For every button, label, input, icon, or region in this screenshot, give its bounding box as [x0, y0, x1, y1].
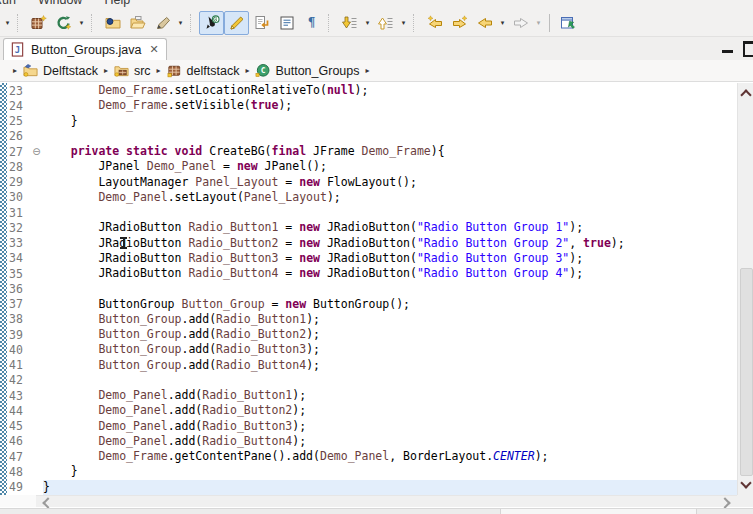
forward-button[interactable] [508, 11, 533, 35]
code-line[interactable] [43, 281, 737, 296]
new-wizard-button[interactable] [51, 11, 76, 35]
code-line[interactable]: Demo_Frame.setLocationRelativeTo(null); [43, 83, 737, 98]
code-lines: 23 Demo_Frame.setLocationRelativeTo(null… [7, 83, 737, 495]
next-edit-location-button[interactable] [447, 11, 472, 35]
code-line[interactable]: Demo_Panel.add(Radio_Button4); [43, 434, 737, 449]
code-row: 45 Demo_Panel.add(Radio_Button3); [7, 419, 737, 434]
code-line[interactable]: LayoutManager Panel_Layout = new FlowLay… [43, 175, 737, 190]
open-file-button[interactable] [125, 11, 150, 35]
code-line[interactable]: } [43, 480, 737, 495]
maximize-view-icon[interactable] [743, 41, 753, 57]
fold-collapse-icon[interactable]: ⊖ [30, 147, 43, 157]
line-number: 34 [7, 251, 30, 265]
annotation-pen-dropdown-icon[interactable]: ▾ [175, 12, 186, 34]
scroll-right-icon[interactable] [719, 497, 730, 508]
code-row: 25 } [7, 114, 737, 129]
code-line[interactable]: JRadioButton Radio_Button1 = new JRadioB… [43, 220, 737, 235]
toggle-block-selection-button[interactable] [199, 11, 224, 35]
code-line[interactable]: } [43, 464, 737, 479]
breadcrumb-src-folder[interactable]: src [114, 63, 151, 78]
breadcrumb-arrow-icon[interactable]: ▸ [245, 66, 249, 75]
line-number: 29 [7, 175, 30, 189]
breadcrumb-package[interactable]: delftstack [167, 63, 240, 78]
scroll-down-icon[interactable] [740, 477, 751, 488]
toolbar: ▾▾▾¶▾▾▾▾ [0, 10, 753, 37]
code-line[interactable]: ButtonGroup Button_Group = new ButtonGro… [43, 297, 737, 312]
vertical-scrollbar-thumb[interactable] [740, 268, 753, 476]
breadcrumb-class[interactable]: CButton_Groups [255, 63, 359, 78]
line-number: 32 [7, 221, 30, 235]
code-line[interactable]: } [43, 114, 737, 129]
scrollbar-corner [737, 495, 753, 507]
line-number: 26 [7, 129, 30, 143]
code-row: 32 JRadioButton Radio_Button1 = new JRad… [7, 220, 737, 235]
code-line[interactable] [43, 373, 737, 388]
breadcrumb-project[interactable]: Delftstack [23, 63, 98, 78]
scroll-left-icon[interactable] [42, 497, 53, 508]
open-type-button[interactable] [100, 11, 125, 35]
line-number: 27 [7, 145, 30, 159]
previous-annotation-dropdown-icon[interactable]: ▾ [398, 12, 409, 34]
next-annotation-dropdown-icon[interactable]: ▾ [362, 12, 373, 34]
code-line[interactable]: JPanel Demo_Panel = new JPanel(); [43, 159, 737, 174]
svg-text:J: J [15, 45, 20, 55]
package-folder-icon [114, 63, 129, 78]
last-edit-location-button[interactable] [249, 11, 274, 35]
toggle-mark-occurrences-button[interactable] [224, 11, 249, 35]
code-line[interactable]: Demo_Panel.add(Radio_Button1); [43, 388, 737, 403]
code-editor[interactable]: 23 Demo_Frame.setLocationRelativeTo(null… [0, 83, 753, 495]
code-line[interactable] [43, 205, 737, 220]
code-row: 41 Button_Group.add(Radio_Button4); [7, 358, 737, 373]
code-line[interactable]: Button_Group.add(Radio_Button1); [43, 312, 737, 327]
code-line[interactable]: Button_Group.add(Radio_Button4); [43, 358, 737, 373]
code-line[interactable]: Demo_Panel.add(Radio_Button2); [43, 403, 737, 418]
forward-dropdown-icon[interactable]: ▾ [533, 12, 544, 34]
new-wizard-dropdown-icon[interactable]: ▾ [76, 12, 87, 34]
minimize-view-icon[interactable] [722, 41, 733, 53]
code-line[interactable]: Button_Group.add(Radio_Button3); [43, 342, 737, 357]
scroll-up-icon[interactable] [740, 89, 751, 100]
pin-editor-button[interactable] [555, 11, 580, 35]
breadcrumb-arrow-icon[interactable]: ▸ [366, 66, 370, 75]
horizontal-scrollbar[interactable] [36, 495, 737, 507]
new-java-package-button[interactable] [26, 11, 51, 35]
code-line[interactable]: Demo_Panel.add(Radio_Button3); [43, 419, 737, 434]
menu-help[interactable]: Help [104, 0, 130, 7]
code-line[interactable]: JRadioButton Radio_Button4 = new JRadioB… [43, 266, 737, 281]
code-row: 47 Demo_Frame.getContentPane().add(Demo_… [7, 449, 737, 464]
line-number: 23 [7, 84, 30, 98]
back-button[interactable] [472, 11, 497, 35]
code-row: 27⊖ private static void CreateBG(final J… [7, 144, 737, 159]
back-dropdown-icon[interactable]: ▾ [497, 12, 508, 34]
line-number: 49 [7, 480, 30, 494]
next-annotation-button[interactable] [337, 11, 362, 35]
breadcrumb-arrow-icon[interactable]: ▸ [13, 66, 17, 75]
vertical-scrollbar[interactable] [737, 83, 753, 495]
code-row: 36 [7, 281, 737, 296]
status-bar [0, 508, 753, 514]
code-line[interactable]: JRadioButton Radio_Button3 = new JRadioB… [43, 251, 737, 266]
previous-edit-location-button[interactable] [422, 11, 447, 35]
line-number: 31 [7, 206, 30, 220]
annotation-pen-button[interactable] [150, 11, 175, 35]
code-line[interactable]: Demo_Frame.getContentPane().add(Demo_Pan… [43, 449, 737, 464]
code-line[interactable]: private static void CreateBG(final JFram… [43, 144, 737, 159]
previous-annotation-button[interactable] [373, 11, 398, 35]
code-line[interactable]: Demo_Panel.setLayout(Panel_Layout); [43, 190, 737, 205]
code-line[interactable] [43, 129, 737, 144]
code-row: 24 Demo_Frame.setVisible(true); [7, 98, 737, 113]
show-selected-element-button[interactable] [274, 11, 299, 35]
tab-button-groups-java[interactable]: J Button_Groups.java ✕ [3, 38, 167, 60]
breadcrumb-arrow-icon[interactable]: ▸ [157, 66, 161, 75]
overflow-dropdown-icon[interactable]: ▾ [2, 12, 13, 34]
project-icon [23, 63, 38, 78]
code-line[interactable]: JRadioButton Radio_Button2 = new JRadioB… [43, 236, 737, 251]
menu-run[interactable]: Run [0, 0, 16, 7]
code-line[interactable]: Demo_Frame.setVisible(true); [43, 98, 737, 113]
breadcrumb-arrow-icon[interactable]: ▸ [104, 66, 108, 75]
code-line[interactable]: Button_Group.add(Radio_Button2); [43, 327, 737, 342]
status-segment [500, 509, 697, 514]
close-icon[interactable]: ✕ [150, 43, 159, 56]
menu-window[interactable]: Window [38, 0, 82, 7]
show-whitespace-button[interactable]: ¶ [299, 11, 324, 35]
